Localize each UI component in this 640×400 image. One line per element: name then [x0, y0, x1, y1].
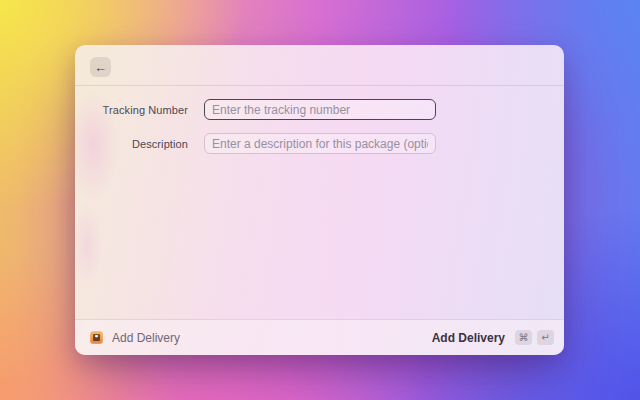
- tracking-number-label: Tracking Number: [75, 104, 188, 116]
- window-footer: Add Delivery Add Delivery ⌘ ↵: [75, 319, 564, 355]
- tracking-number-row: Tracking Number: [75, 99, 564, 120]
- description-row: Description: [75, 133, 564, 154]
- return-key-icon: ↵: [537, 330, 554, 345]
- add-delivery-button[interactable]: Add Delivery: [432, 331, 505, 345]
- window-header: ←: [75, 45, 564, 86]
- add-delivery-window: ← Tracking Number Description Add Delive…: [75, 45, 564, 355]
- package-app-icon: [90, 331, 103, 344]
- footer-app-info: Add Delivery: [90, 331, 180, 345]
- tracking-number-input[interactable]: [204, 99, 436, 120]
- package-box-glyph: [93, 334, 100, 341]
- frosted-glass-blob: [75, 195, 111, 305]
- footer-submit-group: Add Delivery ⌘ ↵: [432, 330, 554, 345]
- description-label: Description: [75, 138, 188, 150]
- footer-app-label: Add Delivery: [112, 331, 180, 345]
- arrow-left-icon: ←: [94, 61, 107, 74]
- add-delivery-form: Tracking Number Description: [75, 86, 564, 154]
- command-key-icon: ⌘: [515, 330, 532, 345]
- description-input[interactable]: [204, 133, 436, 154]
- back-button[interactable]: ←: [90, 57, 111, 77]
